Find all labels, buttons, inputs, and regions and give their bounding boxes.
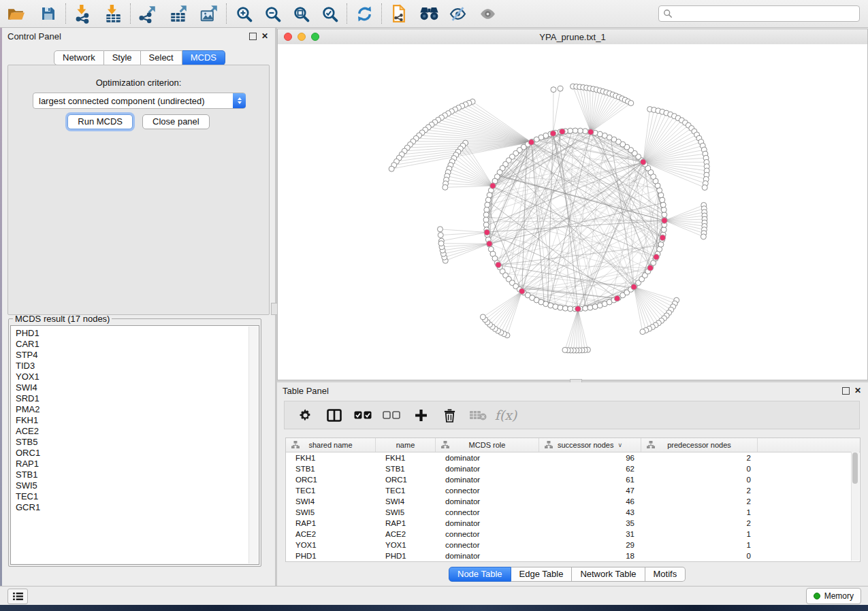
close-panel-icon[interactable]: ✕ bbox=[261, 33, 268, 39]
select-all-icon[interactable] bbox=[351, 403, 375, 427]
column-header-name[interactable]: name bbox=[376, 438, 436, 452]
tab-motifs[interactable]: Motifs bbox=[645, 567, 686, 582]
criterion-dropdown[interactable]: largest connected component (undirected) bbox=[33, 93, 246, 109]
cell: ACE2 bbox=[286, 530, 376, 538]
mcds-result-item[interactable]: TEC1 bbox=[16, 491, 259, 502]
zoom-selected-icon[interactable] bbox=[317, 2, 342, 25]
table-row[interactable]: RAP1RAP1dominator352 bbox=[286, 518, 860, 529]
mcds-result-item[interactable]: SWI4 bbox=[16, 382, 259, 393]
memory-button[interactable]: Memory bbox=[806, 588, 861, 604]
import-network-icon[interactable] bbox=[71, 2, 95, 25]
mcds-result-item[interactable]: PHD1 bbox=[16, 328, 259, 339]
list-scrollbar[interactable] bbox=[248, 327, 258, 563]
mcds-result-item[interactable]: STB5 bbox=[16, 437, 259, 448]
status-bar: Memory bbox=[0, 586, 868, 605]
publish-document-icon[interactable] bbox=[387, 2, 411, 25]
tab-style[interactable]: Style bbox=[104, 50, 141, 65]
mcds-result-item[interactable]: FKH1 bbox=[16, 415, 259, 426]
mcds-result-item[interactable]: STP4 bbox=[16, 350, 259, 361]
cell: dominator bbox=[436, 454, 539, 462]
run-mcds-button[interactable]: Run MCDS bbox=[67, 114, 133, 129]
tab-network-table[interactable]: Network Table bbox=[572, 567, 645, 582]
deselect-all-icon[interactable] bbox=[379, 403, 404, 427]
tab-select[interactable]: Select bbox=[141, 50, 182, 65]
cell: 47 bbox=[539, 486, 641, 495]
add-column-icon[interactable] bbox=[408, 403, 433, 427]
mcds-result-title: MCDS result (17 nodes) bbox=[13, 314, 112, 324]
cell: TEC1 bbox=[376, 486, 436, 495]
delete-column-icon[interactable] bbox=[437, 403, 462, 427]
refresh-view-icon[interactable] bbox=[352, 2, 376, 25]
export-network-icon[interactable] bbox=[135, 2, 160, 25]
close-panel-button[interactable]: Close panel bbox=[142, 114, 210, 129]
zoom-out-icon[interactable] bbox=[260, 2, 285, 25]
column-header-mcds-role[interactable]: MCDS role bbox=[436, 438, 539, 452]
cell: ORC1 bbox=[286, 476, 376, 484]
network-titlebar[interactable]: YPA_prune.txt_1 bbox=[278, 29, 867, 45]
table-row[interactable]: PHD1PHD1dominator180 bbox=[286, 550, 860, 561]
open-session-icon[interactable] bbox=[3, 2, 28, 25]
float-panel-icon[interactable] bbox=[842, 387, 850, 395]
show-columns-icon[interactable] bbox=[322, 403, 347, 427]
table-row[interactable]: STB1STB1dominator620 bbox=[286, 463, 860, 474]
table-row[interactable]: SWI5SWI5connector431 bbox=[286, 507, 860, 518]
column-header-successor-nodes[interactable]: successor nodes∨ bbox=[539, 438, 641, 452]
save-session-icon[interactable] bbox=[36, 2, 61, 25]
search-icon bbox=[663, 9, 673, 18]
cell: 0 bbox=[641, 465, 758, 473]
mcds-result-item[interactable]: TID3 bbox=[16, 361, 259, 371]
table-row[interactable]: YOX1YOX1connector291 bbox=[286, 540, 860, 550]
export-image-icon[interactable] bbox=[197, 2, 221, 25]
search-input[interactable] bbox=[673, 7, 859, 20]
export-table-icon[interactable] bbox=[166, 2, 191, 25]
mcds-result-item[interactable]: SRD1 bbox=[16, 393, 259, 404]
node-table[interactable]: shared namenameMCDS rolesuccessor nodes∨… bbox=[285, 437, 861, 562]
table-scrollbar[interactable] bbox=[851, 452, 859, 561]
table-row[interactable]: FKH1FKH1dominator962 bbox=[286, 452, 860, 463]
mcds-result-item[interactable]: SWI5 bbox=[16, 480, 259, 491]
scrollbar-thumb[interactable] bbox=[852, 452, 858, 484]
float-panel-icon[interactable] bbox=[249, 33, 257, 40]
close-panel-icon[interactable]: ✕ bbox=[854, 387, 861, 394]
cell: 29 bbox=[539, 541, 641, 549]
tab-mcds[interactable]: MCDS bbox=[182, 50, 225, 65]
first-neighbors-icon[interactable] bbox=[417, 2, 441, 25]
cell: SWI5 bbox=[376, 508, 436, 516]
cell: RAP1 bbox=[286, 519, 376, 527]
mcds-result-item[interactable]: STB1 bbox=[16, 469, 259, 480]
tab-network[interactable]: Network bbox=[54, 50, 104, 65]
table-panel-title: Table Panel bbox=[277, 386, 329, 396]
criterion-value: largest connected component (undirected) bbox=[33, 96, 233, 106]
column-header-shared-name[interactable]: shared name bbox=[286, 438, 376, 452]
mcds-result-item[interactable]: PMA2 bbox=[16, 404, 259, 415]
cell: RAP1 bbox=[376, 519, 436, 527]
show-all-icon[interactable] bbox=[475, 2, 500, 25]
mcds-result-item[interactable]: CAR1 bbox=[16, 339, 259, 350]
table-row[interactable]: ORC1ORC1dominator610 bbox=[286, 474, 860, 485]
mcds-result-list[interactable]: PHD1CAR1STP4TID3YOX1SWI4SRD1PMA2FKH1ACE2… bbox=[10, 325, 259, 565]
zoom-in-icon[interactable] bbox=[231, 2, 256, 25]
tab-edge-table[interactable]: Edge Table bbox=[511, 567, 573, 582]
table-row[interactable]: SWI4SWI4dominator462 bbox=[286, 496, 860, 507]
column-header-predecessor-nodes[interactable]: predecessor nodes bbox=[641, 438, 758, 452]
mcds-result-item[interactable]: YOX1 bbox=[16, 371, 259, 382]
table-row[interactable]: TEC1TEC1connector472 bbox=[286, 485, 860, 496]
cell: connector bbox=[436, 530, 539, 538]
mcds-result-item[interactable]: ACE2 bbox=[16, 426, 259, 437]
zoom-fit-icon[interactable] bbox=[289, 2, 313, 25]
network-title: YPA_prune.txt_1 bbox=[278, 32, 867, 42]
tab-node-table[interactable]: Node Table bbox=[449, 567, 511, 582]
mcds-result-item[interactable]: RAP1 bbox=[16, 459, 259, 469]
table-row[interactable]: ACE2ACE2connector311 bbox=[286, 529, 860, 540]
hide-selected-icon[interactable] bbox=[445, 2, 470, 25]
cell: 2 bbox=[641, 486, 758, 495]
cell: ORC1 bbox=[376, 476, 436, 484]
table-options-icon[interactable] bbox=[293, 403, 317, 427]
network-view[interactable] bbox=[278, 44, 867, 380]
task-history-button[interactable] bbox=[7, 589, 28, 604]
import-table-icon[interactable] bbox=[101, 2, 125, 25]
cell: 2 bbox=[641, 519, 758, 527]
mcds-result-item[interactable]: GCR1 bbox=[16, 502, 259, 513]
mcds-result-item[interactable]: ORC1 bbox=[16, 448, 259, 459]
search-box[interactable] bbox=[658, 5, 860, 22]
